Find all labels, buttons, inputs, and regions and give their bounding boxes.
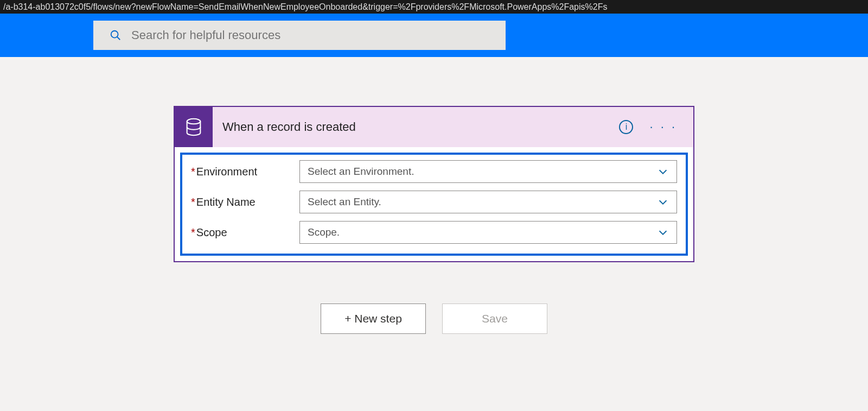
trigger-header[interactable]: When a record is created i · · · [175, 107, 693, 147]
info-icon[interactable]: i [619, 120, 633, 134]
param-label: *Scope [191, 226, 299, 239]
database-icon [175, 107, 213, 147]
param-row-entity: *Entity Name Select an Entity. [191, 191, 677, 213]
entity-name-select[interactable]: Select an Entity. [299, 191, 677, 213]
action-button-row: + New step Save [321, 303, 547, 334]
search-icon [110, 29, 122, 41]
save-button[interactable]: Save [442, 303, 547, 334]
environment-select[interactable]: Select an Environment. [299, 160, 677, 183]
search-container[interactable] [93, 21, 506, 50]
select-placeholder: Scope. [308, 226, 340, 238]
trigger-title: When a record is created [222, 120, 619, 134]
param-label: *Environment [191, 166, 299, 178]
svg-line-1 [117, 37, 120, 40]
param-row-environment: *Environment Select an Environment. [191, 160, 677, 183]
param-row-scope: *Scope Scope. [191, 221, 677, 244]
chevron-down-icon [657, 196, 669, 208]
select-placeholder: Select an Entity. [308, 196, 381, 208]
more-icon[interactable]: · · · [649, 120, 677, 134]
search-input[interactable] [131, 28, 506, 42]
trigger-actions: i · · · [619, 120, 693, 134]
scope-select[interactable]: Scope. [299, 221, 677, 244]
trigger-card: When a record is created i · · · *Enviro… [174, 106, 694, 262]
new-step-button[interactable]: + New step [321, 303, 426, 334]
param-label: *Entity Name [191, 196, 299, 208]
svg-point-0 [111, 31, 118, 38]
chevron-down-icon [657, 226, 669, 238]
chevron-down-icon [657, 166, 669, 178]
browser-url-fragment: /a-b314-ab013072c0f5/flows/new?newFlowNa… [0, 0, 868, 14]
select-placeholder: Select an Environment. [308, 166, 414, 178]
app-header [0, 14, 868, 57]
svg-point-2 [187, 119, 201, 124]
flow-canvas: When a record is created i · · · *Enviro… [0, 57, 868, 334]
trigger-params-highlight: *Environment Select an Environment. *Ent… [180, 153, 688, 256]
